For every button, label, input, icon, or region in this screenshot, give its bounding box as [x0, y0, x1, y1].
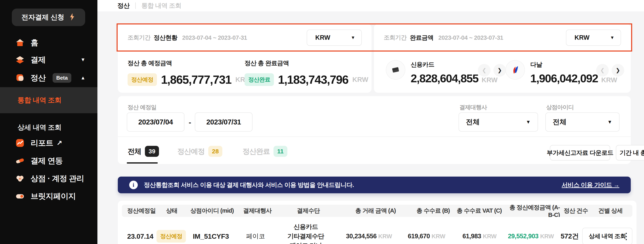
sidebar-item-payment-link[interactable]: 결제 연동 — [0, 152, 98, 170]
chart-icon — [15, 138, 25, 148]
beta-badge: Beta — [52, 73, 71, 83]
cell-payment-methods: 신용카드 기타결제수단 페이코 머니 — [276, 222, 336, 244]
epay-apply-button[interactable]: 전자결제 신청 — [12, 8, 85, 26]
epay-apply-label: 전자결제 신청 — [22, 13, 64, 22]
settlement-table-card: 정산예정일 상태 상점아이디 (mid) 결제대행사 결제수단 총 거래 금액 … — [118, 201, 636, 244]
cell-mid: IM_51CYF3 — [186, 233, 236, 240]
status-badge: 정산예정 — [156, 230, 186, 243]
danal-pager: ❮ ❯ — [596, 64, 624, 77]
tab-pending[interactable]: 정산예정 28 — [177, 146, 222, 157]
chevron-right-icon[interactable]: ❯ — [494, 64, 506, 77]
tab-all[interactable]: 전체 39 — [128, 146, 159, 157]
stat-expected-total: 정산 총 예정금액 정산예정 1,865,777,731 KRW — [128, 59, 251, 86]
sidebar-item-bridge-page[interactable]: 브릿지페이지 — [0, 187, 98, 205]
main-area: 정산 통합 내역 조회 조회기간 정산현황 2023-07-04 ~ 2023-… — [98, 0, 644, 244]
currency-select[interactable]: KRW ▼ — [566, 29, 621, 46]
mid-select[interactable]: 전체 ▼ — [545, 112, 620, 132]
notice-text: 정산통합조회 서비스 이용 대상 결제 대행사와 서비스 이용 방법을 안내드립… — [144, 181, 354, 189]
cell-status: 정산예정 — [156, 230, 186, 243]
count-badge: 11 — [274, 146, 287, 157]
date-to-input[interactable]: 2023/07/31 — [195, 112, 252, 132]
settlement-status-card: 조회기간 정산현황 2023-07-04 ~ 2023-07-31 KRW ▼ … — [118, 24, 372, 93]
breadcrumb-divider — [135, 2, 136, 9]
credit-card-pager: ❮ ❯ — [478, 64, 506, 77]
sidebar-item-home[interactable]: 홈 — [0, 34, 98, 51]
chevron-down-icon: ▼ — [607, 119, 612, 125]
cell-total-amount: 30,234,556 KRW — [336, 233, 395, 240]
period-total-button[interactable]: 기간 내 총 정산액 — [616, 145, 644, 161]
table-row: 23.07.14 정산예정 IM_51CYF3 페이코 신용카드 기타결제수단 … — [122, 217, 632, 244]
breadcrumb: 정산 통합 내역 조회 — [98, 0, 644, 11]
sidebar: 전자결제 신청 홈 결제 ▼ 정산 Beta ▲ — [0, 0, 98, 244]
chevron-right-icon[interactable]: ❯ — [612, 64, 624, 77]
sidebar-subitem-integrated-history[interactable]: 통합 내역 조회 — [0, 87, 98, 113]
pg-select[interactable]: 전체 ▼ — [458, 112, 538, 132]
chevron-down-icon: ▼ — [610, 35, 614, 40]
sidebar-item-store-account[interactable]: 상점 · 계정 관리 — [0, 170, 98, 187]
danal-logo-icon — [506, 60, 525, 80]
link-pills-icon — [15, 156, 25, 166]
app-root: 전자결제 신청 홈 결제 ▼ 정산 Beta ▲ — [0, 0, 644, 244]
credit-card-icon — [386, 60, 405, 80]
sidebar-item-payment[interactable]: 결제 ▼ — [0, 51, 98, 69]
status-badge: 정산완료 — [244, 73, 274, 86]
active-tab-underline — [127, 162, 158, 164]
sidebar-item-settlement[interactable]: 정산 Beta ▲ — [0, 69, 98, 87]
date-from-input[interactable]: 2023/07/04 — [127, 112, 184, 132]
vat-report-download-button[interactable]: 부가세신고자료 다운로드 — [550, 145, 610, 161]
box-icon — [15, 73, 25, 83]
notice-banner: i 정산통합조회 서비스 이용 대상 결제 대행사와 서비스 이용 방법을 안내… — [118, 177, 631, 193]
filter-divider — [118, 136, 631, 137]
chevron-up-icon: ▲ — [80, 75, 85, 81]
store-account-icon — [15, 174, 25, 183]
date-range-separator: - — [189, 118, 191, 127]
mid-label: 상점아이디 — [546, 103, 574, 111]
filter-card: 정산 예정일 2023/07/04 - 2023/07/31 결제대행사 전체 … — [118, 96, 631, 164]
status-badge: 정산예정 — [128, 73, 157, 86]
settlement-status-card-header: 조회기간 정산현황 2023-07-04 ~ 2023-07-31 KRW ▼ — [118, 24, 372, 51]
info-icon: i — [129, 181, 138, 189]
service-guide-link[interactable]: 서비스 이용 가이드 → — [562, 181, 619, 189]
completed-amount-card: 조회기간 완료금액 2023-07-04 ~ 2023-07-31 KRW ▼ … — [374, 24, 631, 93]
cell-total-fee: 619,670 KRW — [395, 233, 448, 240]
chevron-down-icon: ▼ — [80, 57, 85, 62]
chevron-down-icon: ▼ — [351, 35, 355, 40]
sidebar-item-report[interactable]: 리포트 ↗ — [0, 134, 98, 152]
cell-detail: 상세 내역 조회 ⋮ — [582, 228, 632, 244]
stat-completed-total: 정산 총 완료금액 정산완료 1,183,743,796 KRW — [244, 59, 368, 86]
cell-expected-settlement: 29,552,903 KRW — [500, 233, 557, 240]
table-header-row: 정산예정일 상태 상점아이디 (mid) 결제대행사 결제수단 총 거래 금액 … — [122, 205, 632, 217]
breadcrumb-page: 통합 내역 조회 — [142, 1, 181, 10]
external-link-icon: ↗ — [56, 139, 62, 147]
cell-settlement-date: 23.07.14 — [122, 233, 156, 240]
cell-count: 572건 — [557, 232, 582, 241]
kebab-menu-icon[interactable]: ⋮ — [622, 232, 631, 241]
cell-fee-vat: 61,983 KRW — [448, 233, 500, 240]
tab-completed[interactable]: 정산완료 11 — [242, 146, 287, 157]
count-badge: 28 — [208, 146, 222, 157]
pg-label: 결제대행사 — [459, 103, 487, 111]
cell-pg: 페이코 — [236, 232, 276, 241]
count-badge: 39 — [145, 146, 159, 157]
chevron-left-icon[interactable]: ❮ — [596, 64, 609, 77]
completed-amount-card-header: 조회기간 완료금액 2023-07-04 ~ 2023-07-31 KRW ▼ — [374, 24, 631, 51]
breadcrumb-section: 정산 — [118, 1, 130, 10]
settlement-date-label: 정산 예정일 — [128, 103, 156, 111]
home-icon — [15, 38, 25, 47]
currency-select[interactable]: KRW ▼ — [307, 29, 362, 46]
chevron-down-icon: ▼ — [526, 119, 531, 125]
chevron-left-icon[interactable]: ❮ — [478, 64, 490, 77]
toggle-icon — [15, 191, 25, 201]
lightning-icon — [69, 13, 76, 22]
layers-icon — [15, 55, 25, 65]
